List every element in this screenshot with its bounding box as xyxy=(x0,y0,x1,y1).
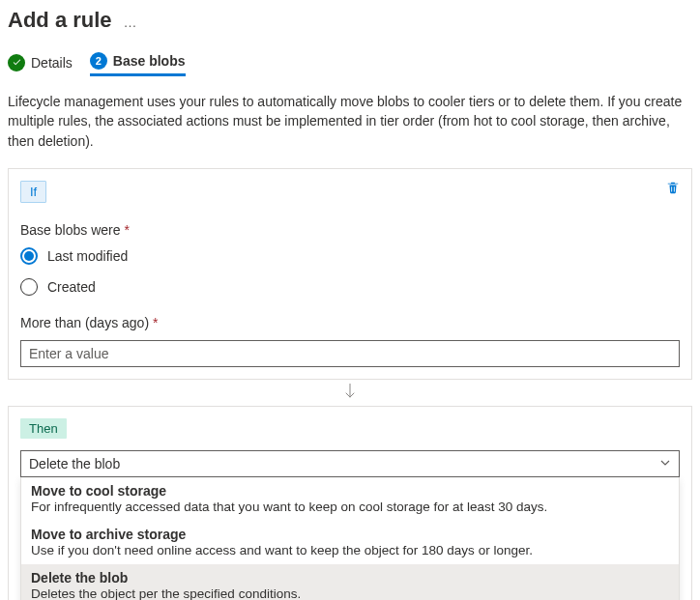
radio-created[interactable]: Created xyxy=(20,278,680,296)
step-details-label: Details xyxy=(31,55,73,71)
action-dropdown: Delete the blob Move to cool storage For… xyxy=(20,450,680,600)
step-base-blobs-label: Base blobs xyxy=(113,53,186,69)
step-base-blobs[interactable]: 2 Base blobs xyxy=(90,52,186,76)
radio-button-icon[interactable] xyxy=(20,247,38,265)
option-desc: Deletes the object per the specified con… xyxy=(31,586,669,600)
more-menu-icon[interactable]: … xyxy=(124,11,138,30)
radio-last-modified[interactable]: Last modified xyxy=(20,247,680,265)
base-blobs-were-label: Base blobs were * xyxy=(20,222,680,238)
step-details[interactable]: Details xyxy=(8,52,73,76)
option-desc: For infrequently accessed data that you … xyxy=(31,500,669,514)
step-number-icon: 2 xyxy=(90,52,107,70)
more-than-label: More than (days ago) * xyxy=(20,315,680,330)
if-block: If Base blobs were * Last modified Creat… xyxy=(8,168,692,380)
option-title: Move to archive storage xyxy=(31,527,669,542)
page-title: Add a rule xyxy=(8,8,112,33)
radio-created-label: Created xyxy=(47,279,96,295)
then-tag: Then xyxy=(20,418,67,439)
more-than-input[interactable] xyxy=(20,340,680,367)
option-title: Delete the blob xyxy=(31,570,669,586)
action-selected-value: Delete the blob xyxy=(29,456,120,471)
radio-last-modified-label: Last modified xyxy=(47,248,128,264)
option-move-archive[interactable]: Move to archive storage Use if you don't… xyxy=(21,521,679,564)
option-title: Move to cool storage xyxy=(31,483,669,499)
intro-text: Lifecycle management uses your rules to … xyxy=(8,92,692,151)
option-delete-blob[interactable]: Delete the blob Deletes the object per t… xyxy=(21,564,679,600)
if-tag: If xyxy=(20,181,46,203)
arrow-down-icon xyxy=(8,380,692,406)
option-desc: Use if you don't need online access and … xyxy=(31,543,669,557)
wizard-steps: Details 2 Base blobs xyxy=(8,52,692,76)
option-move-cool[interactable]: Move to cool storage For infrequently ac… xyxy=(21,477,679,521)
radio-button-icon[interactable] xyxy=(20,278,38,296)
then-block: Then Delete the blob Move to cool storag… xyxy=(8,406,692,600)
delete-icon[interactable] xyxy=(666,181,680,197)
chevron-down-icon xyxy=(659,456,671,471)
check-icon xyxy=(8,54,25,71)
action-dropdown-select[interactable]: Delete the blob xyxy=(20,450,680,477)
action-dropdown-options: Move to cool storage For infrequently ac… xyxy=(20,477,680,600)
